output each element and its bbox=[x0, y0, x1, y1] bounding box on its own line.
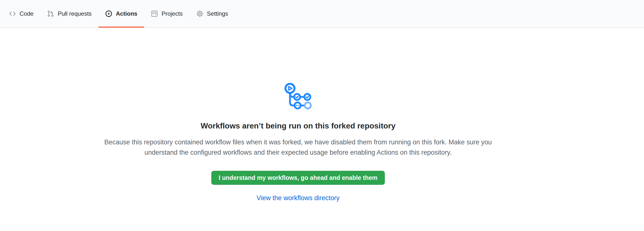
tab-label: Pull requests bbox=[58, 10, 92, 17]
workflow-graph-icon bbox=[284, 83, 312, 110]
repo-tab-bar: Code Pull requests Actions bbox=[0, 0, 644, 28]
enable-workflows-button[interactable]: I understand my workflows, go ahead and … bbox=[211, 171, 385, 185]
blankslate-description: Because this repository contained workfl… bbox=[99, 137, 497, 158]
tab-label: Actions bbox=[116, 10, 137, 17]
tab-label: Projects bbox=[162, 10, 183, 17]
tab-settings[interactable]: Settings bbox=[190, 0, 235, 28]
tab-pull-requests[interactable]: Pull requests bbox=[40, 0, 98, 28]
git-pull-request-icon bbox=[47, 10, 54, 17]
tab-label: Code bbox=[20, 10, 34, 17]
tab-projects[interactable]: Projects bbox=[144, 0, 190, 28]
gear-icon bbox=[196, 10, 203, 17]
tab-code[interactable]: Code bbox=[2, 0, 40, 28]
play-circle-icon bbox=[105, 10, 112, 17]
workflows-directory-link[interactable]: View the workflows directory bbox=[256, 193, 340, 203]
tab-actions[interactable]: Actions bbox=[98, 0, 144, 28]
active-tab-underline bbox=[98, 27, 144, 28]
tab-label: Settings bbox=[207, 10, 228, 17]
code-icon bbox=[9, 10, 16, 17]
project-board-icon bbox=[151, 10, 158, 17]
blankslate-heading: Workflows aren’t being run on this forke… bbox=[200, 121, 396, 131]
actions-blankslate: Workflows aren’t being run on this forke… bbox=[0, 28, 596, 203]
